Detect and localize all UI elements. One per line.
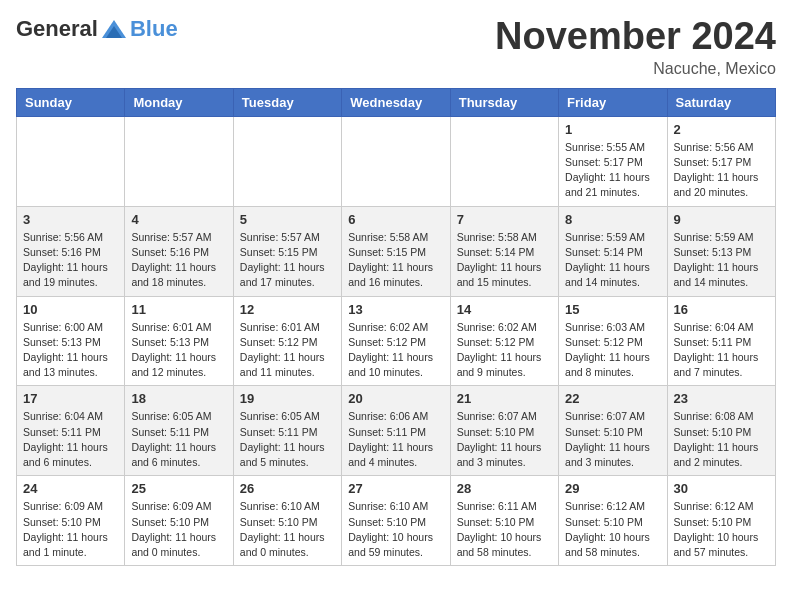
day-number: 25 (131, 481, 226, 496)
day-info: Sunrise: 6:03 AMSunset: 5:12 PMDaylight:… (565, 320, 660, 381)
day-info: Sunrise: 6:09 AMSunset: 5:10 PMDaylight:… (23, 499, 118, 560)
day-of-week-header: Friday (559, 88, 667, 116)
day-number: 16 (674, 302, 769, 317)
day-number: 6 (348, 212, 443, 227)
calendar-cell: 23Sunrise: 6:08 AMSunset: 5:10 PMDayligh… (667, 386, 775, 476)
day-info: Sunrise: 5:59 AMSunset: 5:13 PMDaylight:… (674, 230, 769, 291)
day-number: 18 (131, 391, 226, 406)
day-number: 22 (565, 391, 660, 406)
calendar-cell: 26Sunrise: 6:10 AMSunset: 5:10 PMDayligh… (233, 476, 341, 566)
calendar-table: SundayMondayTuesdayWednesdayThursdayFrid… (16, 88, 776, 566)
day-info: Sunrise: 6:06 AMSunset: 5:11 PMDaylight:… (348, 409, 443, 470)
calendar-cell: 24Sunrise: 6:09 AMSunset: 5:10 PMDayligh… (17, 476, 125, 566)
calendar-week-row: 17Sunrise: 6:04 AMSunset: 5:11 PMDayligh… (17, 386, 776, 476)
day-number: 24 (23, 481, 118, 496)
day-info: Sunrise: 6:00 AMSunset: 5:13 PMDaylight:… (23, 320, 118, 381)
title-block: November 2024 Nacuche, Mexico (495, 16, 776, 78)
day-number: 1 (565, 122, 660, 137)
day-info: Sunrise: 6:11 AMSunset: 5:10 PMDaylight:… (457, 499, 552, 560)
day-number: 8 (565, 212, 660, 227)
day-of-week-header: Tuesday (233, 88, 341, 116)
day-info: Sunrise: 6:01 AMSunset: 5:12 PMDaylight:… (240, 320, 335, 381)
calendar-cell: 12Sunrise: 6:01 AMSunset: 5:12 PMDayligh… (233, 296, 341, 386)
calendar-cell (125, 116, 233, 206)
day-number: 14 (457, 302, 552, 317)
calendar-cell: 22Sunrise: 6:07 AMSunset: 5:10 PMDayligh… (559, 386, 667, 476)
day-of-week-header: Monday (125, 88, 233, 116)
calendar-cell: 14Sunrise: 6:02 AMSunset: 5:12 PMDayligh… (450, 296, 558, 386)
day-info: Sunrise: 5:57 AMSunset: 5:16 PMDaylight:… (131, 230, 226, 291)
day-info: Sunrise: 6:09 AMSunset: 5:10 PMDaylight:… (131, 499, 226, 560)
day-number: 2 (674, 122, 769, 137)
day-number: 9 (674, 212, 769, 227)
day-info: Sunrise: 6:05 AMSunset: 5:11 PMDaylight:… (240, 409, 335, 470)
day-info: Sunrise: 6:01 AMSunset: 5:13 PMDaylight:… (131, 320, 226, 381)
calendar-cell (450, 116, 558, 206)
day-number: 19 (240, 391, 335, 406)
day-info: Sunrise: 5:56 AMSunset: 5:17 PMDaylight:… (674, 140, 769, 201)
day-number: 17 (23, 391, 118, 406)
day-number: 29 (565, 481, 660, 496)
calendar-cell: 1Sunrise: 5:55 AMSunset: 5:17 PMDaylight… (559, 116, 667, 206)
logo-general-text: General (16, 16, 98, 42)
calendar-cell (17, 116, 125, 206)
day-number: 7 (457, 212, 552, 227)
day-info: Sunrise: 6:04 AMSunset: 5:11 PMDaylight:… (23, 409, 118, 470)
day-number: 10 (23, 302, 118, 317)
calendar-header-row: SundayMondayTuesdayWednesdayThursdayFrid… (17, 88, 776, 116)
day-number: 11 (131, 302, 226, 317)
day-info: Sunrise: 5:58 AMSunset: 5:14 PMDaylight:… (457, 230, 552, 291)
calendar-cell: 25Sunrise: 6:09 AMSunset: 5:10 PMDayligh… (125, 476, 233, 566)
logo: General Blue (16, 16, 178, 42)
day-number: 12 (240, 302, 335, 317)
day-number: 13 (348, 302, 443, 317)
calendar-week-row: 24Sunrise: 6:09 AMSunset: 5:10 PMDayligh… (17, 476, 776, 566)
day-of-week-header: Thursday (450, 88, 558, 116)
day-number: 30 (674, 481, 769, 496)
day-info: Sunrise: 6:05 AMSunset: 5:11 PMDaylight:… (131, 409, 226, 470)
logo-icon (100, 18, 128, 40)
calendar-cell: 2Sunrise: 5:56 AMSunset: 5:17 PMDaylight… (667, 116, 775, 206)
day-info: Sunrise: 6:02 AMSunset: 5:12 PMDaylight:… (348, 320, 443, 381)
month-title: November 2024 (495, 16, 776, 58)
day-info: Sunrise: 5:55 AMSunset: 5:17 PMDaylight:… (565, 140, 660, 201)
day-info: Sunrise: 6:12 AMSunset: 5:10 PMDaylight:… (674, 499, 769, 560)
location: Nacuche, Mexico (495, 60, 776, 78)
calendar-cell: 20Sunrise: 6:06 AMSunset: 5:11 PMDayligh… (342, 386, 450, 476)
day-number: 5 (240, 212, 335, 227)
calendar-week-row: 10Sunrise: 6:00 AMSunset: 5:13 PMDayligh… (17, 296, 776, 386)
day-of-week-header: Sunday (17, 88, 125, 116)
calendar-cell: 30Sunrise: 6:12 AMSunset: 5:10 PMDayligh… (667, 476, 775, 566)
calendar-cell: 4Sunrise: 5:57 AMSunset: 5:16 PMDaylight… (125, 206, 233, 296)
day-info: Sunrise: 6:10 AMSunset: 5:10 PMDaylight:… (240, 499, 335, 560)
day-info: Sunrise: 5:58 AMSunset: 5:15 PMDaylight:… (348, 230, 443, 291)
logo-blue-text: Blue (130, 16, 178, 42)
calendar-cell: 29Sunrise: 6:12 AMSunset: 5:10 PMDayligh… (559, 476, 667, 566)
day-info: Sunrise: 5:57 AMSunset: 5:15 PMDaylight:… (240, 230, 335, 291)
calendar-cell: 21Sunrise: 6:07 AMSunset: 5:10 PMDayligh… (450, 386, 558, 476)
calendar-cell: 18Sunrise: 6:05 AMSunset: 5:11 PMDayligh… (125, 386, 233, 476)
day-info: Sunrise: 6:08 AMSunset: 5:10 PMDaylight:… (674, 409, 769, 470)
day-info: Sunrise: 6:07 AMSunset: 5:10 PMDaylight:… (565, 409, 660, 470)
day-number: 20 (348, 391, 443, 406)
calendar-cell (233, 116, 341, 206)
day-number: 4 (131, 212, 226, 227)
calendar-cell: 11Sunrise: 6:01 AMSunset: 5:13 PMDayligh… (125, 296, 233, 386)
day-number: 15 (565, 302, 660, 317)
calendar-cell: 13Sunrise: 6:02 AMSunset: 5:12 PMDayligh… (342, 296, 450, 386)
calendar-cell: 19Sunrise: 6:05 AMSunset: 5:11 PMDayligh… (233, 386, 341, 476)
calendar-cell: 5Sunrise: 5:57 AMSunset: 5:15 PMDaylight… (233, 206, 341, 296)
day-info: Sunrise: 6:07 AMSunset: 5:10 PMDaylight:… (457, 409, 552, 470)
day-number: 23 (674, 391, 769, 406)
day-info: Sunrise: 6:10 AMSunset: 5:10 PMDaylight:… (348, 499, 443, 560)
day-of-week-header: Saturday (667, 88, 775, 116)
calendar-cell: 28Sunrise: 6:11 AMSunset: 5:10 PMDayligh… (450, 476, 558, 566)
calendar-cell: 10Sunrise: 6:00 AMSunset: 5:13 PMDayligh… (17, 296, 125, 386)
calendar-cell: 3Sunrise: 5:56 AMSunset: 5:16 PMDaylight… (17, 206, 125, 296)
day-info: Sunrise: 6:04 AMSunset: 5:11 PMDaylight:… (674, 320, 769, 381)
day-number: 21 (457, 391, 552, 406)
day-number: 27 (348, 481, 443, 496)
calendar-week-row: 3Sunrise: 5:56 AMSunset: 5:16 PMDaylight… (17, 206, 776, 296)
calendar-cell: 15Sunrise: 6:03 AMSunset: 5:12 PMDayligh… (559, 296, 667, 386)
day-info: Sunrise: 6:12 AMSunset: 5:10 PMDaylight:… (565, 499, 660, 560)
